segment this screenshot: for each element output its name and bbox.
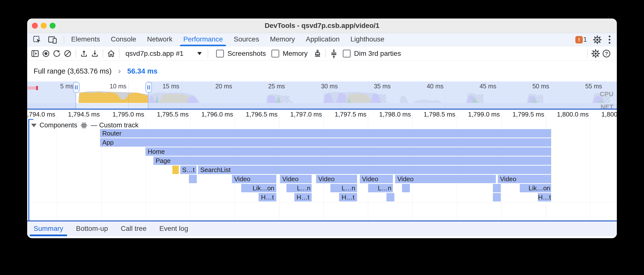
flame-gridline xyxy=(57,118,57,220)
toolbar-divider xyxy=(103,49,103,58)
selection-left-handle[interactable] xyxy=(73,82,80,93)
selection-right-handle[interactable] xyxy=(146,82,152,93)
download-profile-icon[interactable] xyxy=(90,48,100,59)
ruler-tick xyxy=(457,116,457,118)
flame-bar-ht[interactable]: H…t xyxy=(339,193,357,202)
flame-bar-ht[interactable]: H…t xyxy=(538,193,551,202)
flame-bar-searchlist[interactable]: SearchList xyxy=(198,166,551,174)
overview-tick-label: 10 ms xyxy=(84,83,126,90)
tab-performance[interactable]: Performance xyxy=(178,33,228,46)
screenshots-checkbox[interactable]: Screenshots xyxy=(216,50,266,58)
flame-bar-st[interactable]: S…t xyxy=(180,166,196,174)
flame-bar[interactable] xyxy=(368,184,376,192)
collect-garbage-brush-icon[interactable] xyxy=(312,48,323,59)
dim-3rd-parties-checkbox[interactable]: Dim 3rd parties xyxy=(343,50,401,58)
flame-bar-ht[interactable]: H…t xyxy=(258,193,276,202)
flame-bar[interactable] xyxy=(520,184,528,192)
flame-bar-home[interactable]: Home xyxy=(146,147,551,156)
flame-bar-likon[interactable]: Lik…on xyxy=(528,184,551,192)
flame-bar[interactable] xyxy=(172,166,179,174)
tab-application[interactable]: Application xyxy=(300,33,345,46)
flame-bar-likon[interactable]: Lik…on xyxy=(251,184,276,192)
flame-bar-app[interactable]: App xyxy=(100,138,551,147)
tab-console[interactable]: Console xyxy=(106,33,142,46)
collapse-triangle-icon[interactable] xyxy=(31,124,36,127)
ruler-tick-label: 1,798.0 ms xyxy=(372,110,411,118)
memory-checkbox[interactable]: Memory xyxy=(272,50,308,58)
toolbar-divider xyxy=(208,49,208,58)
flame-bar-router[interactable]: Router xyxy=(100,129,551,138)
toolbar-divider xyxy=(326,49,326,58)
ruler-tick-label: 1,798.5 ms xyxy=(416,110,455,118)
bottom-tab-event-log[interactable]: Event log xyxy=(153,222,194,236)
flame-bar-video[interactable]: Video xyxy=(360,175,393,183)
device-toolbar-icon[interactable] xyxy=(47,34,58,45)
range-breadcrumb: Full range (3,653.76 ms) › 56.34 ms xyxy=(27,61,617,82)
home-icon[interactable] xyxy=(106,48,116,59)
help-icon[interactable]: ? xyxy=(601,48,612,59)
flame-bar-video[interactable]: Video xyxy=(280,175,312,183)
performance-toolbar: qsvd7p.csb.app #1 Screenshots Memory xyxy=(27,46,617,61)
ruler-tick xyxy=(324,116,324,118)
flame-bar-ln[interactable]: L…n xyxy=(296,184,312,192)
bottom-tab-summary[interactable]: Summary xyxy=(27,222,70,236)
flame-bar-ln[interactable]: L…n xyxy=(340,184,357,192)
timeline-overview[interactable]: 5 ms10 ms15 ms20 ms25 ms30 ms35 ms40 ms4… xyxy=(27,82,617,108)
issue-badge-icon: ! xyxy=(575,36,583,44)
overview-tick-label: 30 ms xyxy=(296,83,338,90)
ruler-tick xyxy=(190,116,190,118)
dim-3rd-parties-label: Dim 3rd parties xyxy=(354,50,401,58)
tab-lighthouse[interactable]: Lighthouse xyxy=(345,33,390,46)
flame-bar-video[interactable]: Video xyxy=(232,175,276,183)
tabbar-right: ! 1 xyxy=(575,34,617,45)
flame-bar[interactable] xyxy=(386,193,394,202)
toggle-sidebar-icon[interactable] xyxy=(30,48,40,59)
target-selector-dropdown[interactable]: qsvd7p.csb.app #1 xyxy=(122,50,205,58)
flame-bar[interactable] xyxy=(493,184,501,192)
target-selector-value: qsvd7p.csb.app #1 xyxy=(126,50,184,58)
chevron-down-icon xyxy=(197,52,202,55)
flame-bar[interactable] xyxy=(402,184,410,192)
flame-bar-ht[interactable]: H…t xyxy=(294,193,312,202)
overview-gridline xyxy=(128,82,129,108)
svg-text:?: ? xyxy=(605,51,608,56)
tab-network[interactable]: Network xyxy=(142,33,178,46)
flame-bar[interactable] xyxy=(189,175,197,183)
record-button[interactable] xyxy=(40,48,51,59)
ruler-tick xyxy=(101,116,102,118)
flame-bar-page[interactable]: Page xyxy=(153,156,551,165)
more-options-kebab-icon[interactable] xyxy=(608,34,612,45)
track-selection-bracket xyxy=(28,119,33,220)
panel-settings-gear-icon[interactable] xyxy=(590,48,601,59)
tab-memory[interactable]: Memory xyxy=(264,33,300,46)
flame-bar[interactable] xyxy=(493,193,501,202)
inspect-element-icon[interactable] xyxy=(32,34,42,45)
flame-bar-ln[interactable]: L…n xyxy=(376,184,393,192)
overview-tick-label: 25 ms xyxy=(243,83,285,90)
flame-bar-video[interactable]: Video xyxy=(316,175,357,183)
flame-chart[interactable]: Components — Custom track RouterAppHomeP… xyxy=(27,118,617,220)
selected-range-breadcrumb[interactable]: 56.34 ms xyxy=(127,67,158,75)
bottom-tab-bottom-up[interactable]: Bottom-up xyxy=(70,222,114,236)
reload-record-icon[interactable] xyxy=(51,48,62,59)
clear-icon[interactable] xyxy=(62,48,73,59)
ruler-tick xyxy=(590,116,590,118)
settings-gear-icon[interactable] xyxy=(592,34,603,45)
track-header[interactable]: Components — Custom track xyxy=(31,122,138,129)
flame-bar[interactable] xyxy=(330,184,340,192)
flame-bar[interactable] xyxy=(286,184,296,192)
ruler-tick xyxy=(57,116,57,118)
issue-count: 1 xyxy=(583,36,587,44)
upload-profile-icon[interactable] xyxy=(78,48,90,59)
flame-bar[interactable] xyxy=(241,184,251,192)
tab-sources[interactable]: Sources xyxy=(228,33,264,46)
tab-elements[interactable]: Elements xyxy=(66,33,106,46)
full-range-breadcrumb[interactable]: Full range (3,653.76 ms) xyxy=(34,67,112,75)
flame-bar-video[interactable]: Video xyxy=(395,175,496,183)
issues-counter[interactable]: ! 1 xyxy=(575,36,587,44)
ruler-tick-label: 1,800.5 ms xyxy=(594,110,617,118)
bottom-tab-call-tree[interactable]: Call tree xyxy=(114,222,153,236)
overview-tick-label: 50 ms xyxy=(507,83,549,90)
flame-bar-video[interactable]: Video xyxy=(498,175,551,183)
collapse-tracks-icon[interactable] xyxy=(328,48,339,59)
